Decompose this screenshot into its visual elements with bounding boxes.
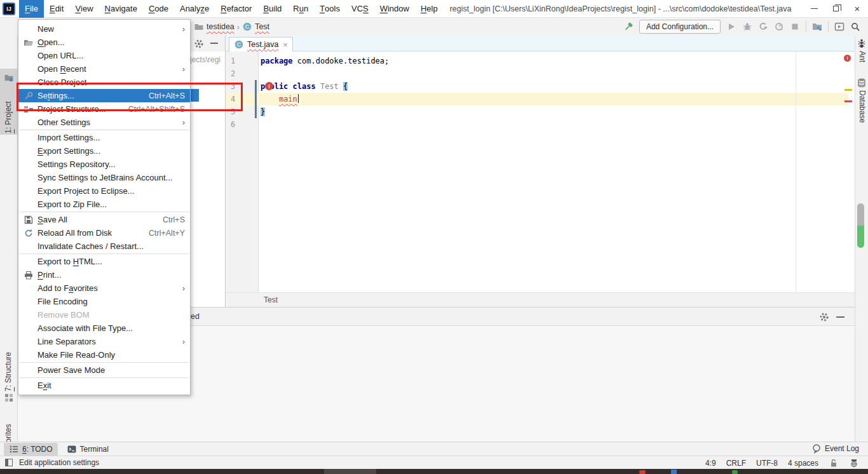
menu-item-exit[interactable]: Exit xyxy=(18,379,190,392)
submenu-arrow-icon: › xyxy=(177,337,185,346)
menubar-run[interactable]: Run xyxy=(287,0,314,18)
menu-item-export-to-html[interactable]: Export to HTML... xyxy=(18,255,190,268)
profiler-icon[interactable] xyxy=(774,22,784,32)
menu-separator xyxy=(20,212,189,212)
menubar-tools[interactable]: Tools xyxy=(314,0,346,18)
menubar-file[interactable]: File xyxy=(19,0,44,18)
folder-open-icon xyxy=(24,37,37,48)
menu-item-reload-all-from-disk[interactable]: Reload All from DiskCtrl+Alt+Y xyxy=(18,226,190,240)
menu-icon-placeholder xyxy=(24,350,37,360)
tab-close-icon[interactable]: × xyxy=(283,40,288,50)
menu-item-print[interactable]: Print... xyxy=(18,268,190,281)
intellij-logo-icon: IJ xyxy=(3,3,15,15)
inspector-hector-icon[interactable] xyxy=(849,458,859,468)
menu-item-label: Settings Repository... xyxy=(37,159,185,169)
menu-item-save-all[interactable]: Save AllCtrl+S xyxy=(18,213,190,226)
menubar-build[interactable]: Build xyxy=(257,0,287,18)
code-token: Test xyxy=(320,82,343,91)
code-token: } xyxy=(261,107,265,116)
code-line: } xyxy=(261,105,389,118)
menubar-window[interactable]: Window xyxy=(374,0,415,18)
hide-panel-icon[interactable] xyxy=(210,43,218,44)
minimize-icon xyxy=(811,8,818,9)
menu-item-export-project-to-eclipse[interactable]: Export Project to Eclipse... xyxy=(18,184,190,198)
menubar-code[interactable]: Code xyxy=(143,0,174,18)
menu-item-label: Save All xyxy=(37,215,163,224)
menu-item-open-url[interactable]: Open URL... xyxy=(18,49,190,62)
tab-test-java[interactable]: C Test.java × xyxy=(229,37,293,51)
project-folder-icon xyxy=(4,72,14,83)
menu-item-make-file-read-only[interactable]: Make File Read-Only xyxy=(18,348,190,362)
menu-item-other-settings[interactable]: Other Settings› xyxy=(18,116,190,129)
breadcrumb-item-test[interactable]: Test xyxy=(255,22,269,31)
menubar-analyze[interactable]: Analyze xyxy=(174,0,215,18)
menu-icon-placeholder xyxy=(24,200,37,210)
stop-icon[interactable] xyxy=(790,22,800,32)
menubar-navigate[interactable]: Navigate xyxy=(99,0,143,18)
run-play-icon[interactable] xyxy=(726,22,736,32)
menu-item-sync-settings-to-jetbrains-account[interactable]: Sync Settings to JetBrains Account... xyxy=(18,171,190,184)
menu-item-label: Line Separators xyxy=(37,337,177,346)
scrollbar-thumb[interactable] xyxy=(857,203,864,248)
close-button[interactable]: × xyxy=(846,0,868,18)
coverage-icon[interactable] xyxy=(758,22,768,32)
menu-item-label: Reload All from Disk xyxy=(37,228,149,238)
menu-item-label: Open... xyxy=(37,37,185,47)
maximize-button[interactable] xyxy=(825,0,846,18)
search-icon[interactable] xyxy=(850,22,860,32)
lock-icon[interactable] xyxy=(829,458,839,468)
code-lines: package com.dodoke.testidea;public class… xyxy=(261,55,389,131)
terminal-label: Terminal xyxy=(80,445,109,454)
gear-icon[interactable] xyxy=(819,312,829,322)
taskbar-app-icon xyxy=(671,470,677,474)
editor-breadcrumb-bottom[interactable]: Test xyxy=(226,292,855,307)
add-configuration-button[interactable]: Add Configuration... xyxy=(639,20,721,34)
menu-item-add-to-favorites[interactable]: Add to Favorites› xyxy=(18,281,190,295)
taskbar-active-app[interactable] xyxy=(324,469,376,474)
printer-icon xyxy=(24,270,37,280)
event-log-label: Event Log xyxy=(825,444,859,453)
ant-icon xyxy=(857,38,867,48)
menu-icon-placeholder xyxy=(24,241,37,252)
status-bar: Edit application settings 4:9 CRLF UTF-8… xyxy=(0,456,868,469)
run-anything-icon[interactable] xyxy=(834,22,844,32)
warning-stripe-tick[interactable] xyxy=(844,89,852,91)
menu-icon-placeholder xyxy=(24,173,37,183)
gear-icon[interactable] xyxy=(194,39,204,49)
breadcrumb-item-testidea[interactable]: testidea xyxy=(207,22,234,31)
menu-item-label: Print... xyxy=(37,270,185,280)
toolwindow-todo-button[interactable]: 6: TODO xyxy=(4,443,58,456)
indent-setting[interactable]: 4 spaces xyxy=(788,459,818,468)
toolwindow-switcher-icon[interactable] xyxy=(5,459,13,466)
hide-panel-icon[interactable] xyxy=(836,316,844,318)
menubar-refactor[interactable]: Refactor xyxy=(215,0,257,18)
menubar-edit[interactable]: Edit xyxy=(44,0,69,18)
menu-item-power-save-mode[interactable]: Power Save Mode xyxy=(18,363,190,377)
debug-bug-icon[interactable] xyxy=(742,22,752,32)
event-log-button[interactable]: Event Log xyxy=(811,444,859,454)
menu-item-open-recent[interactable]: Open Recent› xyxy=(18,62,190,76)
menu-item-settings-repository[interactable]: Settings Repository... xyxy=(18,158,190,171)
menu-item-line-separators[interactable]: Line Separators› xyxy=(18,335,190,348)
menu-item-import-settings[interactable]: Import Settings... xyxy=(18,131,190,144)
menubar-help[interactable]: Help xyxy=(415,0,444,18)
minimize-button[interactable] xyxy=(803,0,825,18)
toolwindow-terminal-button[interactable]: Terminal xyxy=(62,443,114,456)
menubar-vcs[interactable]: VCS xyxy=(346,0,374,18)
file-encoding[interactable]: UTF-8 xyxy=(756,459,778,468)
menu-item-new[interactable]: New› xyxy=(18,22,190,36)
menubar-view[interactable]: View xyxy=(69,0,98,18)
error-stripe-marker-icon[interactable]: ! xyxy=(844,55,851,62)
error-stripe-tick[interactable] xyxy=(844,100,852,102)
menu-item-export-settings[interactable]: Export Settings... xyxy=(18,144,190,158)
line-ending[interactable]: CRLF xyxy=(726,459,746,468)
menu-item-associate-with-file-type[interactable]: Associate with File Type... xyxy=(18,322,190,335)
hammer-icon[interactable] xyxy=(623,22,634,32)
menu-item-export-to-zip-file[interactable]: Export to Zip File... xyxy=(18,198,190,211)
caret-position[interactable]: 4:9 xyxy=(705,459,716,468)
structure-folder-icon[interactable] xyxy=(812,22,822,32)
menu-item-invalidate-caches-restart[interactable]: Invalidate Caches / Restart... xyxy=(18,240,190,253)
code-editor[interactable]: 123456 package com.dodoke.testidea;publi… xyxy=(226,51,855,292)
menu-item-open[interactable]: Open... xyxy=(18,36,190,49)
menu-item-file-encoding[interactable]: File Encoding xyxy=(18,295,190,308)
